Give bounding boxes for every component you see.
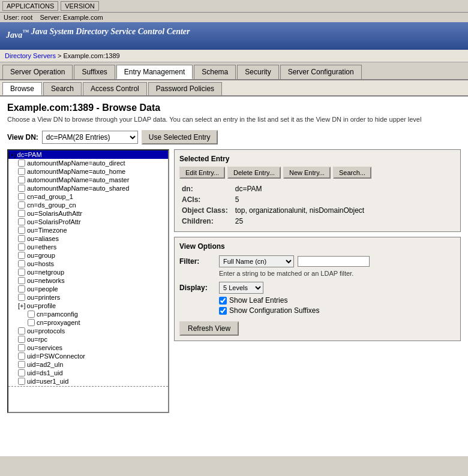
filter-dropdown[interactable]: Full Name (cn) Common Name Distinguished… bbox=[219, 255, 294, 267]
delete-entry-button[interactable]: Delete Entry... bbox=[227, 167, 281, 179]
tree-item-checkbox[interactable] bbox=[18, 218, 25, 225]
breadcrumb: Directory Servers > Example.com:1389 bbox=[0, 50, 468, 62]
tree-item[interactable]: cn=proxyagent bbox=[8, 318, 168, 327]
filter-hint: Enter a string to be matched or an LDAP … bbox=[219, 270, 455, 277]
tree-item-checkbox[interactable] bbox=[18, 168, 25, 175]
tree-item-checkbox[interactable] bbox=[18, 193, 25, 200]
tree-item-checkbox[interactable] bbox=[18, 277, 25, 284]
tree-item-checkbox[interactable] bbox=[18, 176, 25, 183]
tree-item-checkbox[interactable] bbox=[18, 353, 25, 360]
app-title: Java™ Java System Directory Service Cont… bbox=[6, 31, 190, 40]
tree-item-checkbox[interactable] bbox=[18, 243, 25, 251]
tree-item[interactable]: uid=user1_uid bbox=[8, 377, 168, 385]
tree-item[interactable]: cn=ds_group_cn bbox=[8, 201, 168, 209]
tree-item-checkbox[interactable] bbox=[18, 227, 25, 234]
children-value: 25 bbox=[233, 216, 367, 227]
version-button[interactable]: VERSION bbox=[61, 1, 99, 11]
tree-item-checkbox[interactable] bbox=[18, 201, 25, 209]
view-options-title: View Options bbox=[179, 242, 455, 251]
tree-item-label: uid=PSWConnector bbox=[27, 353, 85, 360]
tab-entry-management[interactable]: Entry Management bbox=[116, 65, 193, 79]
tree-item[interactable]: uid=ds1_uid bbox=[8, 369, 168, 377]
tree-item-checkbox[interactable] bbox=[18, 269, 25, 276]
tree-item-checkbox[interactable] bbox=[18, 235, 25, 242]
display-dropdown[interactable]: 1 Level 2 Levels 3 Levels 4 Levels 5 Lev… bbox=[219, 282, 263, 294]
use-selected-entry-button[interactable]: Use Selected Entry bbox=[142, 130, 218, 144]
tree-item-checkbox[interactable] bbox=[18, 327, 25, 335]
filter-input[interactable] bbox=[298, 256, 370, 267]
tree-item-checkbox[interactable] bbox=[18, 378, 25, 385]
tree-item[interactable]: ou=networks bbox=[8, 276, 168, 285]
tree-item-label: ou=SolarisAuthAttr bbox=[27, 210, 82, 217]
subtab-browse[interactable]: Browse bbox=[2, 82, 42, 95]
tab-security[interactable]: Security bbox=[237, 65, 278, 79]
tree-item[interactable]: uid=ad2_uln bbox=[8, 360, 168, 369]
filter-row: Filter: Full Name (cn) Common Name Disti… bbox=[179, 255, 455, 267]
refresh-view-button[interactable]: Refresh View bbox=[179, 321, 239, 336]
tree-item-checkbox[interactable] bbox=[18, 361, 25, 368]
tree-item-label: ou=Timezone bbox=[27, 227, 67, 234]
tree-item[interactable]: ou=hosts bbox=[8, 260, 168, 268]
tree-item[interactable]: ou=aliases bbox=[8, 234, 168, 243]
tree-item-checkbox[interactable] bbox=[18, 159, 25, 167]
tree-item[interactable]: ou=people bbox=[8, 285, 168, 293]
tree-item[interactable]: ou=SolarisAuthAttr bbox=[8, 209, 168, 218]
tree-item[interactable]: ou=protocols bbox=[8, 327, 168, 335]
tree-item-checkbox[interactable] bbox=[18, 344, 25, 351]
tree-item-checkbox[interactable] bbox=[18, 252, 25, 259]
tree-item-label: ou=rpc bbox=[27, 336, 47, 343]
tree-item[interactable]: cn=ad_group_1 bbox=[8, 192, 168, 201]
tree-item-checkbox[interactable] bbox=[28, 311, 35, 318]
object-class-value: top, organizationalunit, nisDomainObject bbox=[233, 205, 367, 216]
show-leaf-entries-checkbox[interactable] bbox=[219, 297, 227, 305]
tab-server-operation[interactable]: Server Operation bbox=[2, 65, 73, 79]
title-bar: Java™ Java System Directory Service Cont… bbox=[0, 22, 468, 50]
tree-item[interactable]: ou=rpc bbox=[8, 335, 168, 344]
tree-item[interactable]: automountMapName=auto_home bbox=[8, 167, 168, 176]
view-options-box: View Options Filter: Full Name (cn) Comm… bbox=[174, 237, 461, 341]
tab-server-configuration[interactable]: Server Configuration bbox=[280, 65, 362, 79]
applications-button[interactable]: APPLICATIONS bbox=[2, 1, 58, 11]
tree-item[interactable]: ou=Timezone bbox=[8, 226, 168, 234]
tree-item-label: ou=protocols bbox=[27, 327, 65, 335]
tree-item-checkbox[interactable] bbox=[18, 260, 25, 267]
view-dn-select[interactable]: dc=PAM(28 Entries) bbox=[42, 131, 138, 144]
tree-item[interactable]: automountMapName=auto_shared bbox=[8, 184, 168, 192]
tree-item[interactable]: [+] dc=PAM bbox=[8, 150, 168, 159]
tree-item-label: ou=ethers bbox=[27, 243, 56, 251]
tree-item[interactable]: [+] ou=profile bbox=[8, 302, 168, 310]
tab-schema[interactable]: Schema bbox=[194, 65, 236, 79]
subtab-password-policies[interactable]: Password Policies bbox=[148, 82, 222, 95]
page-description: Choose a View DN to browse through your … bbox=[7, 116, 461, 123]
tree-item[interactable]: automountMapName=auto_direct bbox=[8, 159, 168, 167]
breadcrumb-link[interactable]: Directory Servers bbox=[5, 52, 56, 59]
show-config-suffixes-checkbox[interactable] bbox=[219, 307, 227, 315]
tab-suffixes[interactable]: Suffixes bbox=[74, 65, 115, 79]
tree-item[interactable]: ou=ethers bbox=[8, 243, 168, 251]
edit-entry-button[interactable]: Edit Entry... bbox=[179, 167, 225, 179]
tree-panel[interactable]: [+] dc=PAMautomountMapName=auto_directau… bbox=[7, 149, 169, 413]
tree-item-checkbox[interactable] bbox=[18, 185, 25, 192]
tree-item[interactable]: uid=PSWConnector bbox=[8, 352, 168, 360]
tree-item[interactable]: cn=pamconfig bbox=[8, 310, 168, 318]
tree-item[interactable]: ou=printers bbox=[8, 293, 168, 302]
children-label: Children: bbox=[179, 216, 233, 227]
tree-item-checkbox[interactable] bbox=[18, 369, 25, 376]
tree-item[interactable]: ou=services bbox=[8, 344, 168, 352]
tree-item[interactable]: automountMapName=auto_master bbox=[8, 176, 168, 184]
tree-item-checkbox[interactable] bbox=[18, 210, 25, 217]
tree-item-label: ou=profile bbox=[27, 302, 56, 309]
tree-item-checkbox[interactable] bbox=[28, 319, 35, 326]
subtab-access-control[interactable]: Access Control bbox=[83, 82, 147, 95]
tree-item-label: uid=user1_uid bbox=[27, 378, 68, 385]
tree-item-checkbox[interactable] bbox=[18, 285, 25, 293]
tree-item[interactable]: ou=group bbox=[8, 251, 168, 260]
subtab-search[interactable]: Search bbox=[43, 82, 82, 95]
tree-item-checkbox[interactable] bbox=[18, 336, 25, 343]
new-entry-button[interactable]: New Entry... bbox=[283, 167, 331, 179]
entry-detail-row: Children: 25 bbox=[179, 216, 367, 227]
tree-item[interactable]: ou=SolarisProfAttr bbox=[8, 218, 168, 226]
tree-item-checkbox[interactable] bbox=[18, 294, 25, 301]
tree-item[interactable]: ou=netgroup bbox=[8, 268, 168, 276]
search-entry-button[interactable]: Search... bbox=[333, 167, 371, 179]
